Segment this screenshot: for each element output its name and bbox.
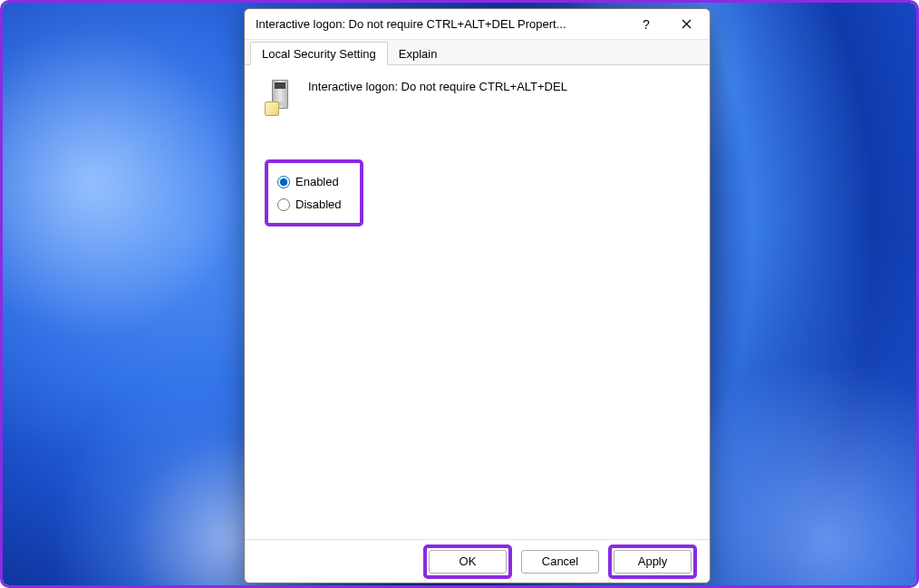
tab-explain[interactable]: Explain	[388, 43, 449, 64]
policy-header: Interactive logon: Do not require CTRL+A…	[265, 78, 690, 116]
cancel-button[interactable]: Cancel	[521, 550, 599, 574]
radio-disabled[interactable]: Disabled	[276, 193, 343, 216]
close-button[interactable]	[666, 11, 706, 38]
server-policy-icon	[265, 78, 297, 116]
radio-disabled-label: Disabled	[295, 198, 342, 211]
radio-group-highlight: Enabled Disabled	[265, 159, 363, 227]
radio-enabled-input[interactable]	[277, 176, 290, 188]
dialog-titlebar[interactable]: Interactive logon: Do not require CTRL+A…	[245, 9, 710, 40]
policy-name-label: Interactive logon: Do not require CTRL+A…	[308, 78, 567, 93]
radio-disabled-input[interactable]	[277, 198, 290, 211]
dialog-title: Interactive logon: Do not require CTRL+A…	[256, 17, 626, 31]
tab-local-security-setting[interactable]: Local Security Setting	[250, 42, 388, 65]
help-button[interactable]: ?	[626, 11, 666, 38]
radio-enabled-label: Enabled	[295, 175, 339, 188]
ok-button-highlight: OK	[423, 545, 512, 579]
ok-button[interactable]: OK	[429, 550, 507, 574]
properties-dialog: Interactive logon: Do not require CTRL+A…	[244, 8, 711, 583]
close-icon	[682, 19, 692, 29]
dialog-footer: OK Cancel Apply	[245, 539, 710, 583]
apply-button-highlight: Apply	[608, 545, 697, 579]
radio-enabled[interactable]: Enabled	[276, 170, 343, 193]
tab-bar: Local Security Setting Explain	[245, 40, 710, 65]
tab-content: Interactive logon: Do not require CTRL+A…	[245, 65, 710, 539]
apply-button[interactable]: Apply	[614, 550, 692, 574]
